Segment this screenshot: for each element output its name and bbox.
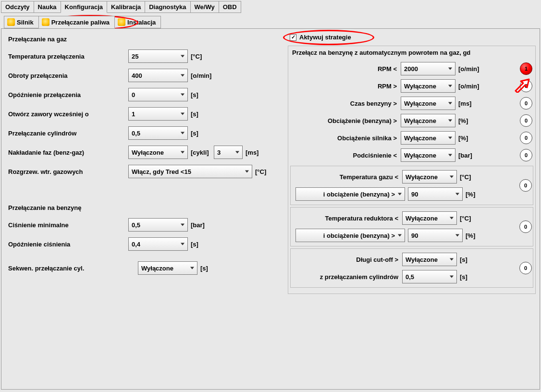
badge-pair3[interactable]: 0 xyxy=(519,262,532,274)
unit-cutoff-cyl: [s] xyxy=(460,273,487,281)
select-loade[interactable]: Wyłączone xyxy=(401,131,455,145)
row-activate: Aktywuj strategie xyxy=(288,34,536,44)
select-valves[interactable]: 1 xyxy=(128,107,188,121)
checkbox-activate[interactable] xyxy=(290,34,296,41)
tab-obd[interactable]: OBD xyxy=(219,1,241,13)
tab-nauka[interactable]: Nauka xyxy=(34,1,61,13)
label-delay: Opóźnienie przełączenia xyxy=(8,91,128,98)
row-phase: Nakładanie faz (benz-gaz) Wyłączone [cyk… xyxy=(5,143,283,162)
subtab-instalacja[interactable]: Instalacja xyxy=(114,16,161,28)
unit-phase1: [cykli] xyxy=(191,149,214,156)
row-tbenz: Czas benzyny > Wyłączone [ms] 0 xyxy=(290,95,533,112)
row-rpm-lt: RPM < 2000 [o/min] 1 xyxy=(290,60,533,77)
unit-pmin: [bar] xyxy=(191,221,218,229)
label-valves: Otwórz zawory wcześniej o xyxy=(8,110,128,118)
label-cutoff: Długi cut-off > xyxy=(293,256,402,263)
right-column: Aktywuj strategie Przełącz na benzynę z … xyxy=(288,34,536,380)
label-seq: Sekwen. przełączanie cyl. xyxy=(8,265,138,272)
badge-loadb[interactable]: 0 xyxy=(520,114,532,127)
left-column: Przełączanie na gaz Temperatura przełącz… xyxy=(5,34,283,380)
label-phase: Nakładanie faz (benz-gaz) xyxy=(8,149,128,156)
row-loade: Obciążenie silnika > Wyłączone [%] 0 xyxy=(290,129,533,147)
badge-rpm-lt[interactable]: 1 xyxy=(520,62,532,75)
select-vac[interactable]: Wyłączone xyxy=(401,148,455,162)
unit-temp: [°C] xyxy=(191,53,218,60)
unit-tred: [°C] xyxy=(460,215,487,222)
badge-pair2[interactable]: 0 xyxy=(519,220,532,233)
sub-tabs: Silnik Przełączanie paliwa Instalacja xyxy=(0,13,541,28)
section-petrol-title: Przełączanie na benzynę xyxy=(5,202,283,215)
pair-reducer-temp: Temperatura reduktora < Wyłączone [°C] i… xyxy=(290,207,533,246)
unit-rpm: [o/min] xyxy=(191,72,218,79)
badge-rpm-gt[interactable]: 0 xyxy=(520,80,532,92)
select-rpm-gt[interactable]: Wyłączone xyxy=(401,79,455,93)
label-rpm: Obroty przełączenia xyxy=(8,72,128,79)
unit-seq: [s] xyxy=(200,265,227,272)
label-cutoff-cyl: z przełączaniem cylindrów xyxy=(293,273,402,281)
select-loadb3[interactable]: 90 xyxy=(408,229,463,242)
label-cyl: Przełączanie cylindrów xyxy=(8,130,128,137)
label-temp: Temperatura przełączenia xyxy=(8,53,128,60)
unit-tgas: [°C] xyxy=(460,173,487,181)
row-delay: Opóźnienie przełączenia 0 [s] xyxy=(5,85,283,104)
label-pdelay: Opóźnienie ciśnienia xyxy=(8,241,128,248)
tab-konfiguracja[interactable]: Konfiguracja xyxy=(61,1,107,13)
select-pdelay[interactable]: 0,4 xyxy=(128,237,188,251)
select-temp[interactable]: 25 xyxy=(128,49,188,63)
select-loadb2-label[interactable]: i obciążenie (benzyna) > xyxy=(295,187,405,201)
unit-rpm-lt: [o/min] xyxy=(458,65,485,73)
unit-loadb: [%] xyxy=(458,117,485,124)
tab-diagnostyka[interactable]: Diagnostyka xyxy=(145,1,190,13)
badge-vac[interactable]: 0 xyxy=(520,149,532,161)
select-cyl[interactable]: 0,5 xyxy=(128,126,188,140)
subtab-silnik[interactable]: Silnik xyxy=(4,16,39,28)
unit-loadb3: [%] xyxy=(466,232,492,239)
unit-phase2: [ms] xyxy=(246,149,272,156)
gear-icon xyxy=(118,18,125,26)
label-tbenz: Czas benzyny > xyxy=(291,100,401,107)
row-rpm: Obroty przełączenia 400 [o/min] xyxy=(5,66,283,85)
unit-loade: [%] xyxy=(458,135,485,142)
main-tabs: Odczyty Nauka Konfiguracja Kalibracja Di… xyxy=(0,0,541,13)
select-delay[interactable]: 0 xyxy=(128,88,188,101)
select-tred[interactable]: Wyłączone xyxy=(402,211,457,225)
badge-tbenz[interactable]: 0 xyxy=(520,97,532,110)
unit-warmup: [°C] xyxy=(255,168,282,175)
select-loadb3-label[interactable]: i obciążenie (benzyna) > xyxy=(295,229,405,242)
select-cutoff-cyl[interactable]: 0,5 xyxy=(402,270,457,283)
label-activate: Aktywuj strategie xyxy=(299,34,351,41)
row-pmin: Ciśnienie minimalne 0,5 [bar] xyxy=(5,215,283,234)
row-cyl: Przełączanie cylindrów 0,5 [s] xyxy=(5,123,283,143)
subtab-przelaczanie-paliwa[interactable]: Przełączanie paliwa xyxy=(38,16,115,28)
badge-loade[interactable]: 0 xyxy=(520,132,532,144)
select-phase[interactable]: Wyłączone xyxy=(128,146,188,159)
select-loadb2[interactable]: 90 xyxy=(408,187,463,201)
select-rpm-lt[interactable]: 2000 xyxy=(401,62,455,75)
select-seq[interactable]: Wyłączone xyxy=(138,261,197,275)
select-rpm[interactable]: 400 xyxy=(128,69,188,82)
row-pdelay: Opóźnienie ciśnienia 0,4 [s] xyxy=(5,234,283,254)
unit-tbenz: [ms] xyxy=(458,100,485,107)
tab-odczyty[interactable]: Odczyty xyxy=(1,1,34,13)
tab-wewy[interactable]: We/Wy xyxy=(190,1,219,13)
select-loadb[interactable]: Wyłączone xyxy=(401,114,455,127)
row-vac: Podciśnienie < Wyłączone [bar] 0 xyxy=(290,147,533,164)
row-seq: Sekwen. przełączanie cyl. Wyłączone [s] xyxy=(5,254,283,278)
badge-pair1[interactable]: 0 xyxy=(519,179,532,192)
select-warmup[interactable]: Włącz, gdy Tred <15 xyxy=(128,165,252,178)
label-rpm-gt: RPM > xyxy=(291,83,401,90)
label-warmup: Rozgrzew. wtr. gazowych xyxy=(8,168,128,175)
unit-vac: [bar] xyxy=(458,152,485,159)
select-cutoff[interactable]: Wyłączone xyxy=(402,253,457,266)
unit-cutoff: [s] xyxy=(460,256,487,263)
label-loadb: Obciążenie (benzyna) > xyxy=(291,117,401,124)
unit-cyl: [s] xyxy=(191,130,218,137)
pair-gas-temp: Temperatura gazu < Wyłączone [°C] i obci… xyxy=(290,166,533,205)
select-pmin[interactable]: 0,5 xyxy=(128,218,188,232)
select-phase2[interactable]: 3 xyxy=(214,146,243,159)
select-tbenz[interactable]: Wyłączone xyxy=(401,97,455,110)
content-panel: Przełączanie na gaz Temperatura przełącz… xyxy=(1,28,540,390)
select-tgas[interactable]: Wyłączone xyxy=(402,170,457,184)
tab-kalibracja[interactable]: Kalibracja xyxy=(107,1,145,13)
label-tgas: Temperatura gazu < xyxy=(293,173,402,181)
